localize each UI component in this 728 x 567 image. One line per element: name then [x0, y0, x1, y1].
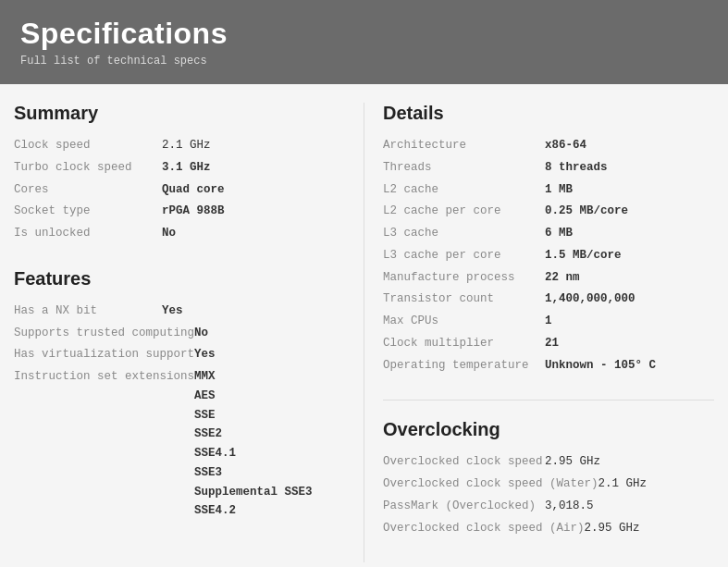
- table-row: Architecturex86-64: [383, 137, 714, 154]
- spec-label: Cores: [14, 181, 162, 199]
- spec-label: Instruction set extensions: [14, 368, 194, 522]
- spec-label: Threads: [383, 159, 545, 177]
- table-row: Socket typerPGA 988B: [14, 203, 345, 220]
- spec-value: 3.1 GHz: [162, 159, 211, 177]
- spec-label: Operating temperature: [383, 357, 545, 375]
- spec-label: Has a NX bit: [14, 302, 162, 320]
- summary-heading: Summary: [14, 103, 345, 124]
- details-heading: Details: [383, 103, 714, 124]
- spec-label: Transistor count: [383, 290, 545, 308]
- overclocking-rows: Overclocked clock speed2.95 GHzOverclock…: [383, 453, 714, 536]
- overclocking-heading: Overclocking: [383, 419, 714, 440]
- spec-label: Overclocked clock speed (Air): [383, 520, 585, 537]
- table-row: Overclocked clock speed (Air)2.95 GHz: [383, 520, 714, 537]
- spec-label: PassMark (Overclocked): [383, 498, 545, 515]
- table-row: Turbo clock speed3.1 GHz: [14, 159, 345, 177]
- spec-label: Socket type: [14, 203, 162, 220]
- spec-value: 0.25 MB/core: [545, 203, 628, 220]
- table-row: L3 cache6 MB: [383, 225, 714, 242]
- spec-label: Max CPUs: [383, 313, 545, 330]
- table-row: Max CPUs1: [383, 313, 714, 330]
- features-rows: Has a NX bitYesSupports trusted computin…: [14, 302, 345, 522]
- spec-value: 2.1 GHz: [598, 475, 648, 493]
- spec-label: Overclocked clock speed: [383, 453, 545, 471]
- list-item: SSE2: [194, 425, 313, 443]
- features-section: Features Has a NX bitYesSupports trusted…: [14, 268, 345, 522]
- left-column: Summary Clock speed2.1 GHzTurbo clock sp…: [14, 103, 364, 562]
- details-rows: Architecturex86-64Threads8 threadsL2 cac…: [383, 137, 714, 374]
- table-row: Manufacture process22 nm: [383, 269, 714, 287]
- spec-label: L3 cache: [383, 225, 545, 242]
- spec-value: 8 threads: [545, 159, 608, 177]
- section-divider: [383, 400, 714, 401]
- spec-label: Turbo clock speed: [14, 159, 162, 177]
- list-item: SSE4.2: [194, 502, 313, 520]
- instruction-list: MMXAESSSESSE2SSE4.1SSE3Supplemental SSE3…: [194, 368, 313, 522]
- table-row: Threads8 threads: [383, 159, 714, 177]
- spec-value: Yes: [162, 302, 183, 320]
- spec-value: 1,400,000,000: [545, 290, 635, 308]
- spec-label: L3 cache per core: [383, 247, 545, 265]
- table-row: Clock speed2.1 GHz: [14, 137, 345, 154]
- table-row: Overclocked clock speed (Water)2.1 GHz: [383, 475, 714, 493]
- spec-label: Overclocked clock speed (Water): [383, 475, 598, 493]
- spec-value: 2.95 GHz: [585, 520, 640, 537]
- page-title: Specifications: [20, 17, 708, 51]
- spec-value: x86-64: [545, 137, 586, 154]
- list-item: AES: [194, 388, 313, 405]
- list-item: SSE: [194, 407, 313, 425]
- list-item: SSE4.1: [194, 445, 313, 462]
- spec-value: 1.5 MB/core: [545, 247, 622, 265]
- table-row: L3 cache per core1.5 MB/core: [383, 247, 714, 265]
- list-item: SSE3: [194, 464, 313, 482]
- spec-label: L2 cache per core: [383, 203, 545, 220]
- table-row: Overclocked clock speed2.95 GHz: [383, 453, 714, 471]
- summary-section: Summary Clock speed2.1 GHzTurbo clock sp…: [14, 103, 345, 242]
- spec-value: Yes: [194, 346, 216, 364]
- spec-value: rPGA 988B: [162, 203, 225, 220]
- spec-label: Manufacture process: [383, 269, 545, 287]
- spec-value: 3,018.5: [545, 498, 594, 515]
- spec-value: Quad core: [162, 181, 225, 199]
- table-row: Operating temperatureUnknown - 105° C: [383, 357, 714, 375]
- table-row: Supports trusted computingNo: [14, 325, 345, 342]
- table-row: CoresQuad core: [14, 181, 345, 199]
- summary-rows: Clock speed2.1 GHzTurbo clock speed3.1 G…: [14, 137, 345, 242]
- header: Specifications Full list of technical sp…: [0, 0, 728, 84]
- spec-value: Unknown - 105° C: [545, 357, 656, 375]
- table-row: Has virtualization supportYes: [14, 346, 345, 364]
- spec-value: No: [162, 225, 176, 242]
- table-row: L2 cache per core0.25 MB/core: [383, 203, 714, 220]
- table-row: Is unlockedNo: [14, 225, 345, 242]
- spec-value: 2.95 GHz: [545, 453, 600, 471]
- spec-value: 21: [545, 335, 559, 352]
- spec-value: 1: [545, 313, 552, 330]
- spec-label: Supports trusted computing: [14, 325, 194, 342]
- spec-label: L2 cache: [383, 181, 545, 199]
- overclocking-section: Overclocking Overclocked clock speed2.95…: [383, 419, 714, 536]
- spec-value: 2.1 GHz: [162, 137, 211, 154]
- page-subtitle: Full list of technical specs: [20, 55, 708, 68]
- spec-label: Clock speed: [14, 137, 162, 154]
- table-row: L2 cache1 MB: [383, 181, 714, 199]
- table-row: Transistor count1,400,000,000: [383, 290, 714, 308]
- spec-value: 1 MB: [545, 181, 573, 199]
- list-item: MMX: [194, 368, 313, 386]
- table-row: Instruction set extensionsMMXAESSSESSE2S…: [14, 368, 345, 522]
- spec-label: Has virtualization support: [14, 346, 194, 364]
- spec-value: 6 MB: [545, 225, 573, 242]
- spec-value: 22 nm: [545, 269, 580, 287]
- spec-value: No: [194, 325, 208, 342]
- table-row: Has a NX bitYes: [14, 302, 345, 320]
- right-column: Details Architecturex86-64Threads8 threa…: [364, 103, 714, 562]
- table-row: Clock multiplier21: [383, 335, 714, 352]
- spec-label: Clock multiplier: [383, 335, 545, 352]
- spec-label: Architecture: [383, 137, 545, 154]
- table-row: PassMark (Overclocked)3,018.5: [383, 498, 714, 515]
- list-item: Supplemental SSE3: [194, 484, 313, 501]
- spec-label: Is unlocked: [14, 225, 162, 242]
- details-section: Details Architecturex86-64Threads8 threa…: [383, 103, 714, 374]
- features-heading: Features: [14, 268, 345, 290]
